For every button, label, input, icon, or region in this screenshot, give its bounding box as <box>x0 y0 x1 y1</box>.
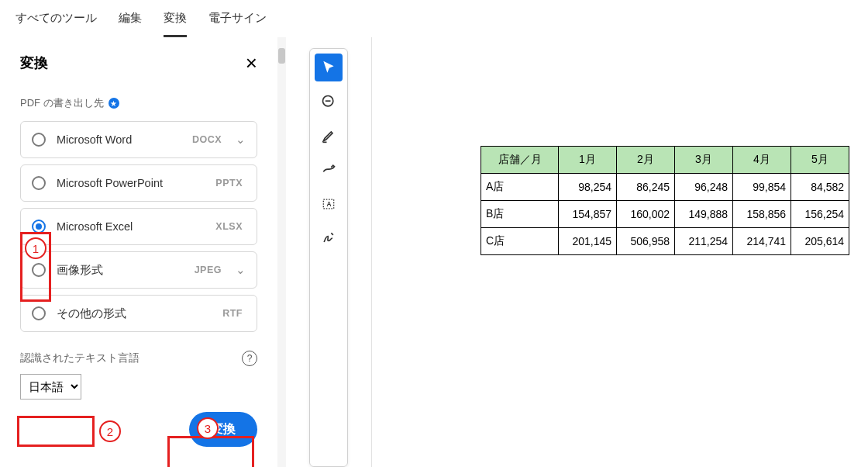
chevron-down-icon: ⌄ <box>236 264 246 276</box>
option-ext: DOCX <box>192 134 222 145</box>
select-tool-icon[interactable] <box>315 54 343 81</box>
table-row: A店98,25486,24596,24899,85484,582 <box>481 174 849 201</box>
help-icon[interactable]: ? <box>242 351 257 366</box>
menu-esign[interactable]: 電子サイン <box>208 11 267 37</box>
chevron-down-icon: ⌄ <box>236 133 246 146</box>
option-ext: PPTX <box>215 178 243 189</box>
textbox-icon[interactable]: A <box>315 190 343 218</box>
radio-icon <box>32 133 46 147</box>
table-row: B店154,857160,002149,888158,856156,254 <box>481 201 849 228</box>
convert-panel: 変換 × PDF の書き出し先 ★ Microsoft WordDOCX⌄Mic… <box>0 37 277 467</box>
star-icon: ★ <box>108 98 119 109</box>
export-option-2[interactable]: Microsoft ExcelXLSX <box>20 208 257 245</box>
table-row: C店201,145506,958211,254214,741205,614 <box>481 228 849 255</box>
top-menu-bar: すべてのツール 編集 変換 電子サイン <box>0 0 868 37</box>
panel-scrollbar[interactable] <box>277 37 286 467</box>
tool-strip: A <box>309 48 348 467</box>
col-header: 2月 <box>617 147 675 174</box>
language-label: 認識されたテキスト言語 <box>20 351 140 365</box>
option-label: Microsoft PowerPoint <box>57 177 163 189</box>
col-header: 店舗／月 <box>481 147 559 174</box>
document-preview: 店舗／月1月2月3月4月5月 A店98,25486,24596,24899,85… <box>371 37 868 467</box>
comment-icon[interactable] <box>315 88 343 116</box>
export-section-label: PDF の書き出し先 ★ <box>20 96 257 110</box>
draw-icon[interactable] <box>315 156 343 184</box>
option-ext: JPEG <box>195 265 222 275</box>
highlight-icon[interactable] <box>315 122 343 150</box>
option-ext: RTF <box>222 308 243 319</box>
export-option-1[interactable]: Microsoft PowerPointPPTX <box>20 164 257 202</box>
col-header: 3月 <box>675 147 733 174</box>
menu-edit[interactable]: 編集 <box>119 11 142 37</box>
export-option-3[interactable]: 画像形式JPEG⌄ <box>20 251 257 289</box>
radio-icon <box>32 263 46 277</box>
close-icon[interactable]: × <box>246 53 257 73</box>
option-ext: XLSX <box>215 221 243 232</box>
panel-title: 変換 <box>20 54 48 72</box>
col-header: 1月 <box>559 147 617 174</box>
export-option-0[interactable]: Microsoft WordDOCX⌄ <box>20 121 257 158</box>
option-label: 画像形式 <box>57 263 103 278</box>
option-label: Microsoft Excel <box>57 220 133 233</box>
radio-icon <box>32 306 46 320</box>
convert-button[interactable]: 変換 <box>189 412 257 447</box>
signature-icon[interactable] <box>315 224 343 252</box>
option-label: Microsoft Word <box>57 133 132 146</box>
menu-convert[interactable]: 変換 <box>164 11 187 37</box>
option-label: その他の形式 <box>57 306 126 321</box>
svg-text:A: A <box>327 200 332 208</box>
col-header: 4月 <box>733 147 791 174</box>
language-select[interactable]: 日本語 <box>20 374 81 400</box>
col-header: 5月 <box>791 147 849 174</box>
radio-icon <box>32 220 46 234</box>
data-table: 店舗／月1月2月3月4月5月 A店98,25486,24596,24899,85… <box>480 146 849 255</box>
export-option-4[interactable]: その他の形式RTF <box>20 295 257 332</box>
menu-all-tools[interactable]: すべてのツール <box>16 11 97 37</box>
radio-icon <box>32 176 46 190</box>
